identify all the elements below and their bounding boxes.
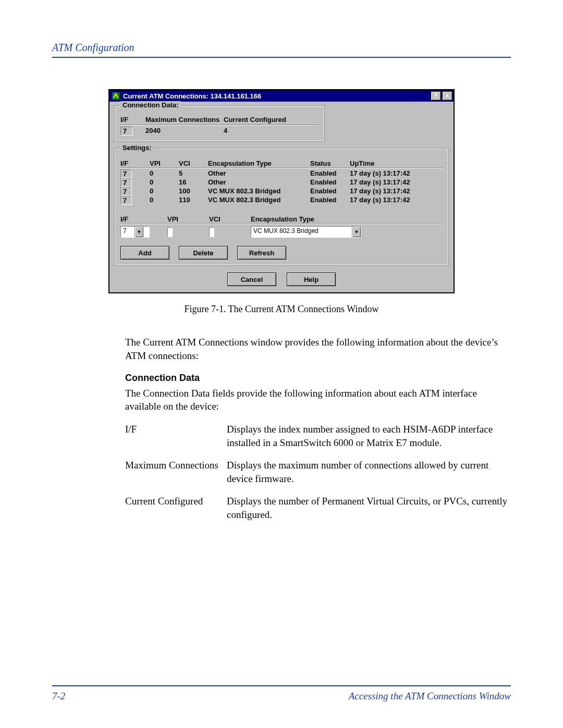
cell-vpi: 0 — [150, 178, 179, 187]
definition-desc: Displays the number of Permanent Virtual… — [227, 495, 511, 521]
app-icon — [112, 92, 120, 100]
encap-combo-value: VC MUX 802.3 Bridged — [251, 227, 352, 237]
cell-vci: 110 — [179, 196, 208, 205]
vci-input[interactable] — [209, 227, 214, 237]
edit-head-vci: VCI — [209, 215, 251, 223]
settings-legend: Settings: — [120, 144, 154, 152]
cell-encap: VC MUX 802.3 Bridged — [208, 187, 310, 196]
cd-head-if: I/F — [120, 116, 145, 124]
cell-if: 7 — [120, 178, 132, 187]
table-row[interactable]: 7 0 100 VC MUX 802.3 Bridged Enabled 17 … — [120, 187, 443, 196]
settings-rows: 7 0 5 Other Enabled 17 day (s) 13:17:42 … — [120, 169, 443, 205]
intro-paragraph: The Current ATM Connections window provi… — [125, 336, 511, 362]
cell-vci: 5 — [179, 169, 208, 178]
vpi-input[interactable] — [167, 227, 173, 237]
cell-vpi: 0 — [150, 187, 179, 196]
page-number: 7-2 — [52, 690, 65, 702]
cancel-button[interactable]: Cancel — [227, 273, 276, 286]
table-row[interactable]: 7 0 110 VC MUX 802.3 Bridged Enabled 17 … — [120, 196, 443, 205]
if-combo[interactable]: 7 ▼ — [120, 226, 150, 238]
context-help-button[interactable]: ? — [431, 91, 441, 101]
cell-status: Enabled — [310, 178, 350, 187]
cell-if: 7 — [120, 196, 132, 205]
definition-row: Current Configured Displays the number o… — [125, 495, 511, 521]
cell-encap: VC MUX 802.3 Bridged — [208, 196, 310, 205]
definition-row: Maximum Connections Displays the maximum… — [125, 459, 511, 485]
definition-term: I/F — [125, 423, 227, 449]
connection-data-legend: Connection Data: — [120, 101, 181, 109]
cd-head-cur: Current Configured — [224, 116, 302, 124]
header-title: ATM Configuration — [52, 42, 134, 53]
cd-val-max: 2040 — [145, 127, 224, 135]
table-row[interactable]: 7 0 5 Other Enabled 17 day (s) 13:17:42 — [120, 169, 443, 178]
definition-term: Current Configured — [125, 495, 227, 521]
cell-encap: Other — [208, 178, 310, 187]
edit-head-if: I/F — [120, 215, 167, 223]
add-button[interactable]: Add — [120, 246, 169, 260]
definition-desc: Displays the maximum number of connectio… — [227, 459, 511, 485]
cell-status: Enabled — [310, 187, 350, 196]
definition-desc: Displays the index number assigned to ea… — [227, 423, 511, 449]
dialog-title: Current ATM Connections: 134.141.161.166 — [123, 92, 430, 100]
cell-if: 7 — [120, 187, 132, 196]
cd-val-cur: 4 — [224, 127, 302, 135]
cell-encap: Other — [208, 169, 310, 178]
encap-combo[interactable]: VC MUX 802.3 Bridged ▼ — [251, 226, 361, 238]
set-head-uptime: UpTime — [350, 159, 438, 167]
cd-val-if: 7 — [120, 127, 133, 135]
help-button[interactable]: Help — [287, 273, 336, 286]
cell-if: 7 — [120, 169, 132, 178]
edit-head-encap: Encapsulation Type — [251, 215, 355, 223]
cell-status: Enabled — [310, 169, 350, 178]
cell-vci: 16 — [179, 178, 208, 187]
set-head-status: Status — [310, 159, 350, 167]
table-row[interactable]: 7 0 16 Other Enabled 17 day (s) 13:17:42 — [120, 178, 443, 187]
cell-vpi: 0 — [150, 196, 179, 205]
set-head-vci: VCI — [179, 159, 208, 167]
set-head-vpi: VPI — [150, 159, 179, 167]
delete-button[interactable]: Delete — [179, 246, 228, 260]
section-paragraph: The Connection Data fields provide the f… — [125, 387, 511, 413]
footer-title: Accessing the ATM Connections Window — [349, 690, 511, 702]
settings-group: Settings: I/F VPI VCI Encapsulation Type… — [115, 149, 448, 265]
atm-connections-dialog: Current ATM Connections: 134.141.161.166… — [108, 89, 455, 293]
page-footer: 7-2 Accessing the ATM Connections Window — [52, 685, 511, 702]
cell-vpi: 0 — [150, 169, 179, 178]
refresh-button[interactable]: Refresh — [237, 246, 286, 260]
close-button[interactable]: × — [442, 91, 452, 101]
set-head-encap: Encapsulation Type — [208, 159, 310, 167]
titlebar: Current ATM Connections: 134.141.161.166… — [109, 90, 454, 102]
cell-vci: 100 — [179, 187, 208, 196]
connection-data-heading: Connection Data — [125, 372, 511, 384]
edit-head-vpi: VPI — [167, 215, 209, 223]
cell-uptime: 17 day (s) 13:17:42 — [350, 178, 438, 187]
chevron-down-icon[interactable]: ▼ — [352, 227, 361, 237]
page-header: ATM Configuration — [52, 42, 511, 58]
cell-status: Enabled — [310, 196, 350, 205]
cell-uptime: 17 day (s) 13:17:42 — [350, 169, 438, 178]
figure-caption: Figure 7-1. The Current ATM Connections … — [52, 304, 511, 315]
definition-row: I/F Displays the index number assigned t… — [125, 423, 511, 449]
connection-data-group: Connection Data: I/F Maximum Connections… — [115, 106, 324, 141]
if-combo-value: 7 — [121, 227, 134, 237]
cell-uptime: 17 day (s) 13:17:42 — [350, 187, 438, 196]
set-head-if: I/F — [120, 159, 150, 167]
definition-term: Maximum Connections — [125, 459, 227, 485]
cell-uptime: 17 day (s) 13:17:42 — [350, 196, 438, 205]
body-text: The Current ATM Connections window provi… — [125, 336, 511, 522]
cd-head-max: Maximum Connections — [145, 116, 224, 124]
chevron-down-icon[interactable]: ▼ — [134, 227, 143, 237]
